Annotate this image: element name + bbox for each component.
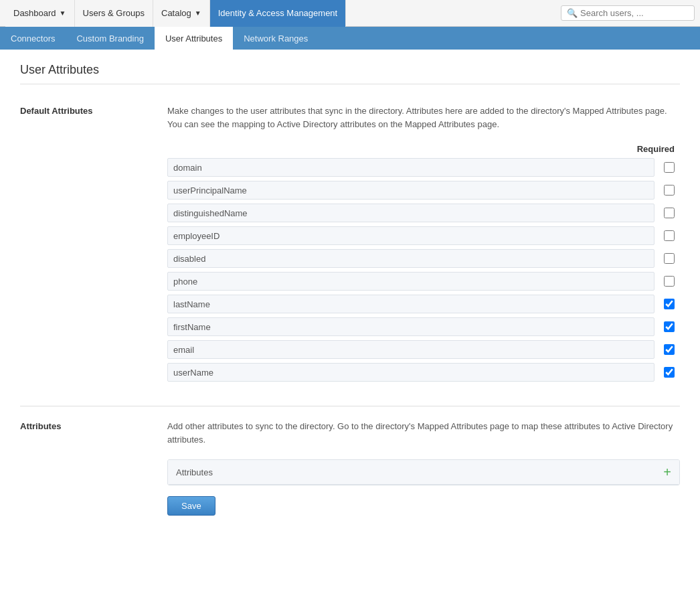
attributes-section: Attributes Add other attributes to sync … (20, 420, 680, 516)
required-checkbox-domain[interactable] (664, 162, 675, 173)
attr-field-username (167, 363, 654, 382)
table-row (167, 317, 680, 336)
required-checkbox-username[interactable] (664, 367, 675, 378)
attr-field-firstname (167, 317, 654, 336)
checkbox-username (659, 367, 680, 378)
table-row (167, 295, 680, 313)
table-row (167, 204, 680, 222)
attributes-box-title: Attributes (176, 467, 213, 477)
table-row (167, 272, 680, 291)
default-attributes-label: Default Attributes (20, 104, 167, 386)
default-attributes-desc: Make changes to the user attributes that… (167, 104, 680, 131)
table-row (167, 226, 680, 245)
attr-field-phone (167, 272, 654, 291)
nav-users-groups[interactable]: Users & Groups (75, 0, 153, 27)
attr-field-domain (167, 158, 654, 177)
attributes-section-content: Add other attributes to sync to the dire… (167, 420, 680, 516)
top-nav: Dashboard ▼ Users & Groups Catalog ▼ Ide… (0, 0, 700, 27)
nav-dashboard[interactable]: Dashboard ▼ (5, 0, 75, 27)
checkbox-disabled (659, 253, 680, 264)
sub-nav: Connectors Custom Branding User Attribut… (0, 27, 700, 50)
default-attributes-section: Default Attributes Make changes to the u… (20, 104, 680, 386)
attributes-box: Attributes + (167, 459, 680, 485)
required-checkbox-phone[interactable] (664, 276, 675, 287)
checkbox-employeeid (659, 230, 680, 241)
attr-field-lastname (167, 295, 654, 313)
attr-field-userprincipalname (167, 181, 654, 200)
page-title: User Attributes (20, 63, 680, 84)
attr-field-employeeid (167, 226, 654, 245)
save-button[interactable]: Save (167, 496, 215, 516)
required-checkbox-disabled[interactable] (664, 253, 675, 264)
attr-field-email (167, 340, 654, 359)
checkbox-phone (659, 276, 680, 287)
checkbox-lastname (659, 299, 680, 309)
add-attribute-icon[interactable]: + (663, 465, 671, 479)
required-checkbox-employeeid[interactable] (664, 230, 675, 241)
required-checkbox-lastname[interactable] (664, 299, 675, 309)
required-checkbox-userprincipalname[interactable] (664, 185, 675, 196)
attributes-section-label: Attributes (20, 420, 167, 516)
catalog-arrow-icon: ▼ (195, 9, 201, 17)
attr-field-distinguishedname (167, 204, 654, 222)
checkbox-userprincipalname (659, 185, 680, 196)
subnav-user-attributes[interactable]: User Attributes (155, 27, 233, 50)
table-row (167, 249, 680, 268)
subnav-connectors[interactable]: Connectors (0, 27, 66, 50)
search-icon: 🔍 (567, 8, 578, 18)
required-checkbox-distinguishedname[interactable] (664, 208, 675, 218)
subnav-custom-branding[interactable]: Custom Branding (66, 27, 154, 50)
dashboard-arrow-icon: ▼ (60, 9, 66, 17)
table-row (167, 158, 680, 177)
required-checkbox-firstname[interactable] (664, 321, 675, 332)
subnav-network-ranges[interactable]: Network Ranges (233, 27, 319, 50)
checkbox-email (659, 344, 680, 355)
section-divider (20, 406, 680, 406)
required-checkbox-email[interactable] (664, 344, 675, 355)
table-row (167, 181, 680, 200)
attributes-table: Required (167, 144, 680, 382)
attributes-desc: Add other attributes to sync to the dire… (167, 420, 680, 446)
table-row (167, 340, 680, 359)
table-row (167, 363, 680, 382)
default-attributes-content: Make changes to the user attributes that… (167, 104, 680, 386)
checkbox-domain (659, 162, 680, 173)
search-input[interactable] (580, 8, 689, 18)
search-box: 🔍 (561, 5, 695, 21)
attr-table-header: Required (167, 144, 680, 154)
checkbox-distinguishedname (659, 208, 680, 218)
nav-catalog[interactable]: Catalog ▼ (153, 0, 210, 27)
nav-iam[interactable]: Identity & Access Management (210, 0, 346, 27)
checkbox-firstname (659, 321, 680, 332)
main-content: User Attributes Default Attributes Make … (0, 50, 700, 612)
attr-field-disabled (167, 249, 654, 268)
attributes-box-header: Attributes + (168, 460, 679, 485)
